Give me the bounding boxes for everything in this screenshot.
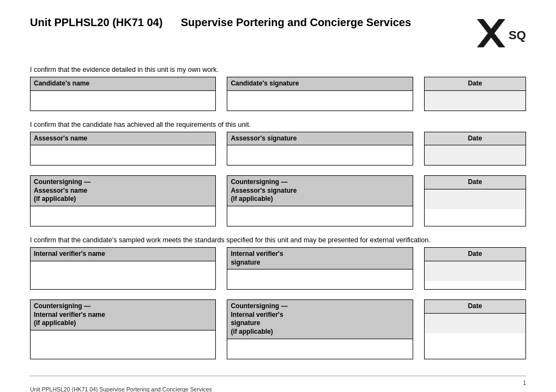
internal-verifier-signature-label: Internal verifier's signature [227, 248, 412, 270]
page-header: Unit PPLHSL20 (HK71 04) Supervise Porter… [30, 16, 526, 56]
countersigning-assessor-name-cell: Countersigning — Assessor's name (if app… [30, 175, 216, 226]
assessor-form-row: Assessor's name Assessor's signature Dat… [30, 132, 526, 166]
countersigning-verifier-date-label: Date [425, 300, 525, 314]
countersigning-assessor-signature-cell: Countersigning — Assessor's signature (i… [227, 175, 413, 226]
candidate-name-value[interactable] [31, 91, 215, 111]
page-footer: Unit PPLHSL20 (HK71 04) Supervise Porter… [30, 376, 526, 392]
countersigning-assessor-name-value[interactable] [31, 206, 215, 226]
assessor-signature-value[interactable] [227, 145, 412, 165]
internal-verifier-date-cell: Date [424, 247, 526, 290]
assessor-name-label: Assessor's name [31, 132, 215, 146]
countersigning-verifier-form-row: Countersigning — Internal verifier's nam… [30, 299, 526, 359]
internal-verifier-confirm-text: I confirm that the candidate's sampled w… [30, 236, 526, 244]
countersigning-verifier-date-cell: Date [424, 299, 526, 359]
internal-verifier-date-value[interactable] [425, 261, 525, 281]
countersigning-verifier-name-value[interactable] [31, 330, 215, 350]
internal-verifier-name-cell: Internal verifier's name [30, 247, 216, 290]
candidate-name-label: Candidate's name [31, 77, 215, 91]
footer-right: 1 [523, 379, 526, 392]
svg-text:SQA: SQA [509, 28, 526, 42]
candidate-date-cell: Date [424, 77, 526, 111]
svg-marker-0 [477, 19, 505, 47]
internal-verifier-name-value[interactable] [31, 261, 215, 281]
assessor-name-value[interactable] [31, 145, 215, 165]
candidate-name-cell: Candidate's name [30, 77, 216, 111]
countersigning-verifier-date-value[interactable] [425, 314, 525, 333]
countersigning-verifier-name-label: Countersigning — Internal verifier's nam… [31, 300, 215, 330]
countersigning-verifier-signature-label: Countersigning — Internal verifier's sig… [227, 300, 412, 339]
candidate-date-value[interactable] [425, 91, 525, 111]
candidate-signature-label: Candidate's signature [227, 77, 412, 91]
candidate-confirm-text: I confirm that the evidence detailed in … [30, 66, 526, 74]
assessor-confirm-text: I confirm that the candidate has achieve… [30, 121, 526, 128]
assessor-date-value[interactable] [425, 145, 525, 165]
footer-left-text: Unit PPLHSL20 (HK71 04) Supervise Porter… [30, 386, 212, 392]
countersigning-verifier-name-cell: Countersigning — Internal verifier's nam… [30, 299, 216, 359]
countersigning-assessor-section: Countersigning — Assessor's name (if app… [30, 175, 526, 226]
countersigning-assessor-form-row: Countersigning — Assessor's name (if app… [30, 175, 526, 226]
candidate-section: I confirm that the evidence detailed in … [30, 66, 526, 111]
internal-verifier-name-label: Internal verifier's name [31, 248, 215, 261]
countersigning-assessor-signature-value[interactable] [227, 206, 412, 226]
footer-left: Unit PPLHSL20 (HK71 04) Supervise Porter… [30, 379, 212, 392]
assessor-section: I confirm that the candidate has achieve… [30, 121, 526, 166]
countersigning-assessor-name-label: Countersigning — Assessor's name (if app… [31, 176, 215, 206]
countersigning-verifier-signature-cell: Countersigning — Internal verifier's sig… [227, 299, 413, 359]
candidate-signature-value[interactable] [227, 91, 412, 111]
internal-verifier-signature-value[interactable] [227, 270, 412, 289]
assessor-name-cell: Assessor's name [30, 132, 216, 166]
countersigning-assessor-date-label: Date [425, 176, 525, 189]
countersigning-assessor-date-value[interactable] [425, 189, 525, 209]
assessor-date-cell: Date [424, 132, 526, 166]
candidate-date-label: Date [425, 77, 525, 91]
countersigning-verifier-signature-value[interactable] [227, 339, 412, 359]
candidate-signature-cell: Candidate's signature [227, 77, 413, 111]
unit-title: Supervise Portering and Concierge Servic… [181, 16, 411, 28]
internal-verifier-section: I confirm that the candidate's sampled w… [30, 236, 526, 290]
candidate-form-row: Candidate's name Candidate's signature D… [30, 77, 526, 111]
sqa-logo: SQA [472, 16, 526, 56]
assessor-signature-cell: Assessor's signature [227, 132, 413, 166]
countersigning-verifier-section: Countersigning — Internal verifier's nam… [30, 299, 526, 359]
header-title: Unit PPLHSL20 (HK71 04) Supervise Porter… [30, 16, 411, 29]
internal-verifier-date-label: Date [425, 248, 525, 261]
internal-verifier-signature-cell: Internal verifier's signature [227, 247, 413, 290]
countersigning-assessor-signature-label: Countersigning — Assessor's signature (i… [227, 176, 412, 206]
internal-verifier-form-row: Internal verifier's name Internal verifi… [30, 247, 526, 290]
countersigning-assessor-date-cell: Date [424, 175, 526, 226]
assessor-signature-label: Assessor's signature [227, 132, 412, 146]
assessor-date-label: Date [425, 132, 525, 146]
unit-code: Unit PPLHSL20 (HK71 04) [30, 16, 162, 28]
